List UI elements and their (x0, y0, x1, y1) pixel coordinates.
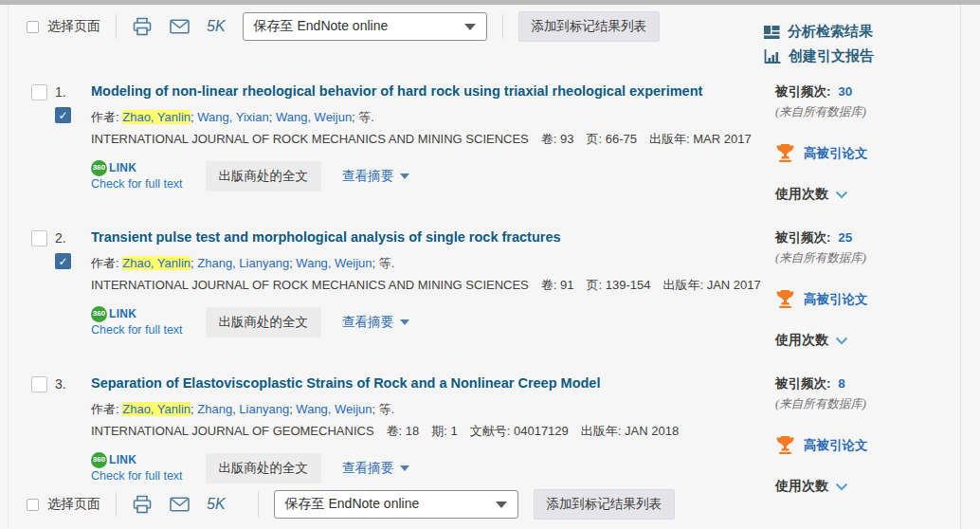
highly-cited-link[interactable]: 高被引论文 (775, 144, 980, 162)
trophy-icon (775, 290, 795, 308)
usage-count-toggle[interactable]: 使用次数 (775, 186, 980, 203)
print-icon[interactable] (132, 17, 153, 36)
author-link[interactable]: Wang, Weijun (296, 402, 372, 416)
highly-cited-link[interactable]: 高被引论文 (775, 436, 980, 454)
view-abstract-label: 查看摘要 (342, 168, 393, 185)
check-fulltext-label: Check for full text (91, 322, 183, 337)
email-icon[interactable] (170, 19, 190, 34)
usage-count-label: 使用次数 (775, 186, 828, 203)
source-field-value: 93 (560, 132, 573, 146)
fulltext-links-row: 360 LINK Check for full text 出版商处的全文 查看摘… (91, 452, 764, 483)
source-field-label: 页: (587, 278, 606, 292)
author-link[interactable]: Wang, Weijun (296, 256, 372, 270)
publisher-fulltext-button[interactable]: 出版商处的全文 (206, 307, 322, 337)
result-checkbox[interactable] (31, 230, 47, 246)
highly-cited-label: 高被引论文 (804, 291, 868, 308)
journal-name: INTERNATIONAL JOURNAL OF GEOMECHANICS (91, 424, 374, 438)
author-separator: ; (269, 110, 276, 124)
times-cited-count[interactable]: 30 (838, 84, 852, 99)
view-abstract-link[interactable]: 查看摘要 (342, 314, 409, 331)
result-number: 1. (55, 82, 91, 100)
print-icon[interactable] (132, 495, 153, 514)
source-field: 期: 1 (431, 424, 457, 438)
save-to-dropdown[interactable]: 保存至 EndNote online (274, 490, 518, 519)
author-link-highlighted[interactable]: Zhao, Yanlin (122, 110, 191, 124)
result-title-link[interactable]: Separation of Elastoviscoplastic Strains… (91, 374, 764, 392)
source-field-value: 04017129 (514, 424, 569, 438)
source-field-value: JAN 2018 (625, 424, 679, 438)
result-checkbox[interactable] (31, 84, 47, 100)
export-limit-5k[interactable]: 5K (207, 18, 226, 35)
result-main: Modeling of non-linear rheological behav… (91, 82, 775, 203)
view-abstract-link[interactable]: 查看摘要 (342, 460, 409, 477)
publisher-fulltext-button[interactable]: 出版商处的全文 (206, 453, 322, 483)
select-page-label: 选择页面 (47, 496, 100, 513)
source-field-label: 卷: (387, 424, 406, 438)
save-to-dropdown[interactable]: 保存至 EndNote online (243, 12, 487, 41)
et-al-label: 等. (379, 256, 395, 270)
fulltext-links-row: 360 LINK Check for full text 出版商处的全文 查看摘… (91, 160, 764, 192)
selected-checkbox[interactable]: ✓ (55, 107, 71, 123)
author-link-highlighted[interactable]: Zhao, Yanlin (122, 402, 191, 416)
source-field-label: 出版年: (662, 278, 706, 292)
author-link[interactable]: Wang, Yixian (197, 110, 268, 124)
result-citation-column: 被引频次: 8 (来自所有数据库) 高被引论文 使用次数 (775, 374, 980, 495)
authors-line: 作者: Zhao, Yanlin; Zhang, Lianyang; Wang,… (91, 401, 764, 418)
authors-line: 作者: Zhao, Yanlin; Wang, Yixian; Wang, We… (91, 109, 764, 126)
usage-count-toggle[interactable]: 使用次数 (775, 332, 980, 349)
source-field-value: 1 (451, 424, 458, 438)
export-limit-5k[interactable]: 5K (207, 496, 226, 513)
source-field: 出版年: JAN 2018 (581, 424, 679, 438)
create-citation-report-link[interactable]: 创建引文报告 (764, 47, 874, 65)
result-select-column (31, 228, 55, 349)
badge-360-icon: 360 (91, 452, 107, 468)
author-link[interactable]: Zhang, Lianyang (197, 402, 289, 416)
email-icon[interactable] (170, 497, 190, 512)
select-page-checkbox[interactable] (27, 21, 39, 33)
badge-360-icon: 360 (91, 306, 107, 322)
toolbar-divider (502, 14, 503, 39)
times-cited-count[interactable]: 8 (838, 376, 845, 391)
highly-cited-link[interactable]: 高被引论文 (775, 290, 980, 308)
from-all-databases-note: (来自所有数据库) (775, 396, 980, 412)
check-fulltext-label: Check for full text (91, 468, 183, 483)
source-field-label: 文献号: (470, 424, 514, 438)
times-cited-label: 被引频次: (775, 376, 831, 391)
toolbar-divider (258, 492, 259, 517)
link-360-label: LINK (109, 161, 136, 176)
add-to-marked-list-button[interactable]: 添加到标记结果列表 (518, 11, 661, 42)
authors-label: 作者: (91, 256, 122, 270)
search-results-page: 选择页面 5K 保存至 EndNote online 添加到标记结果列表 (0, 0, 980, 529)
author-link-highlighted[interactable]: Zhao, Yanlin (122, 256, 191, 270)
selected-checkbox[interactable]: ✓ (55, 253, 71, 269)
source-field: 卷: 91 (541, 278, 574, 292)
author-link[interactable]: Wang, Weijun (276, 110, 352, 124)
right-panel-divider (960, 5, 961, 529)
result-title-link[interactable]: Transient pulse test and morphological a… (91, 228, 764, 246)
journal-name: INTERNATIONAL JOURNAL OF ROCK MECHANICS … (91, 278, 529, 292)
link-360-fulltext[interactable]: 360 LINK Check for full text (91, 306, 183, 337)
add-to-marked-list-button[interactable]: 添加到标记结果列表 (534, 489, 676, 520)
link-360-fulltext[interactable]: 360 LINK Check for full text (91, 452, 183, 483)
result-title-link[interactable]: Modeling of non-linear rheological behav… (91, 82, 764, 100)
author-link[interactable]: Zhang, Lianyang (197, 256, 289, 270)
result-main: Transient pulse test and morphological a… (91, 228, 775, 349)
source-field-value: 91 (560, 278, 573, 292)
source-field: 出版年: MAR 2017 (649, 132, 752, 146)
analyze-results-link[interactable]: 分析检索结果 (764, 23, 874, 41)
result-number: 2. (55, 228, 91, 246)
source-field: 文献号: 04017129 (470, 424, 569, 438)
times-cited-label: 被引频次: (775, 84, 831, 99)
view-abstract-link[interactable]: 查看摘要 (342, 168, 409, 185)
source-field: 页: 66-75 (587, 132, 637, 146)
source-field-value: 139-154 (606, 278, 651, 292)
times-cited-count[interactable]: 25 (838, 230, 852, 245)
publisher-fulltext-button[interactable]: 出版商处的全文 (206, 161, 322, 192)
link-360-fulltext[interactable]: 360 LINK Check for full text (91, 160, 183, 192)
result-checkbox[interactable] (31, 376, 47, 392)
select-page-checkbox[interactable] (27, 499, 39, 511)
authors-label: 作者: (91, 110, 122, 124)
source-field: 出版年: JAN 2017 (662, 278, 760, 292)
result-item: 3. ✓ Separation of Elastoviscoplastic St… (31, 374, 980, 495)
result-citation-column: 被引频次: 30 (来自所有数据库) 高被引论文 使用次数 (775, 82, 980, 203)
